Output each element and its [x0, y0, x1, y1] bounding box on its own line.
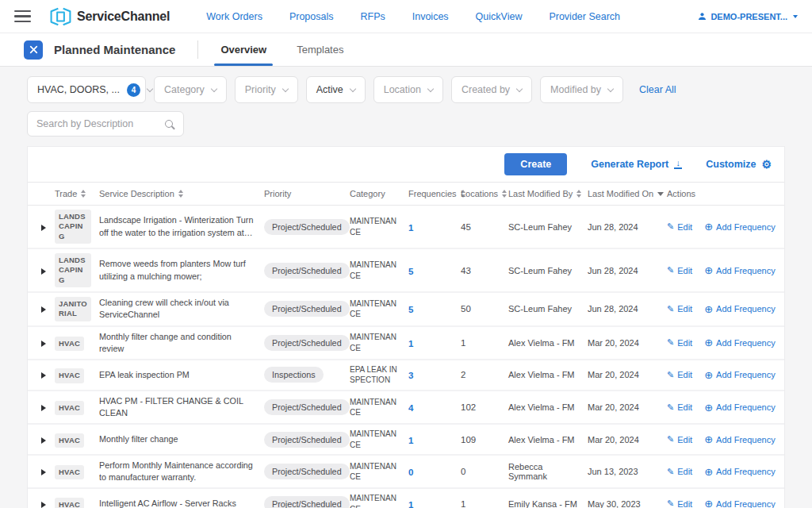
filter-dropdown[interactable]: Category — [154, 76, 227, 103]
category-cell: EPA LEAK INSPECTION — [350, 364, 408, 386]
add-frequency-link[interactable]: ⊕ Add Frequency — [704, 370, 776, 380]
servicechannel-logo-icon — [50, 7, 71, 26]
frequencies-link[interactable]: 3 — [408, 371, 413, 380]
trade-badge: HVAC — [55, 401, 84, 415]
trade-badge: HVAC — [55, 337, 84, 351]
trade-badge: HVAC — [55, 498, 84, 508]
nav-link[interactable]: Provider Search — [549, 11, 620, 22]
filter-dropdown-label: Location — [384, 84, 421, 95]
frequencies-link[interactable]: 1 — [408, 500, 413, 508]
clear-all-link[interactable]: Clear All — [639, 84, 676, 95]
column-header[interactable]: Frequencies — [408, 189, 461, 198]
expand-row-icon[interactable] — [41, 469, 46, 475]
expand-row-icon[interactable] — [41, 502, 46, 508]
expand-row-icon[interactable] — [41, 225, 46, 231]
table-header-row: Trade Service Description Priority — [28, 182, 784, 206]
priority-pill: Inspections — [264, 367, 324, 383]
trade-filter-label: HVAC, DOORS, ... — [37, 84, 120, 95]
add-frequency-link[interactable]: ⊕ Add Frequency — [704, 434, 776, 444]
search-icon[interactable] — [165, 120, 173, 128]
user-menu[interactable]: DEMO-PRESENT... — [698, 12, 798, 21]
column-header[interactable]: Locations — [461, 189, 508, 198]
filter-dropdown-label: Category — [164, 84, 205, 95]
column-header[interactable]: Actions — [667, 189, 776, 198]
tab[interactable]: Overview — [220, 33, 266, 66]
column-header[interactable]: Trade — [55, 189, 99, 198]
page-header: Planned Maintenance Overview Templates — [0, 33, 812, 67]
add-frequency-link[interactable]: ⊕ Add Frequency — [704, 402, 776, 413]
hamburger-menu-icon[interactable] — [14, 10, 31, 23]
expand-row-icon[interactable] — [41, 268, 46, 275]
service-description: EPA leak inspection PM — [99, 369, 264, 381]
filter-dropdown[interactable]: Active — [306, 76, 366, 103]
filter-dropdown[interactable]: Priority — [235, 76, 298, 103]
add-frequency-link[interactable]: ⊕ Add Frequency — [704, 337, 776, 348]
last-modified-on-cell: Mar 20, 2024 — [588, 338, 667, 348]
last-modified-by-cell: SC-Leum Fahey — [508, 266, 588, 275]
add-frequency-link[interactable]: ⊕ Add Frequency — [704, 304, 776, 314]
generate-report-link[interactable]: Generate Report ↓ — [591, 159, 682, 170]
nav-link[interactable]: QuickView — [476, 11, 523, 22]
frequencies-link[interactable]: 4 — [408, 403, 413, 413]
last-modified-on-cell: Jun 28, 2024 — [588, 266, 667, 275]
sort-icon — [178, 190, 183, 198]
edit-link[interactable]: ✎ Edit — [667, 222, 692, 232]
add-frequency-link[interactable]: ⊕ Add Frequency — [704, 265, 776, 275]
add-icon: ⊕ — [704, 304, 713, 314]
filter-dropdown[interactable]: Modified by — [540, 76, 623, 103]
service-description: Landscape Irrigation - Winterization Tur… — [99, 214, 264, 238]
service-description: Remove weeds from planters Mow turf util… — [99, 258, 264, 282]
create-button[interactable]: Create — [504, 153, 567, 175]
column-header[interactable]: Category — [350, 189, 408, 198]
edit-link[interactable]: ✎ Edit — [667, 402, 692, 412]
tab[interactable]: Templates — [297, 33, 343, 66]
search-input[interactable] — [36, 118, 165, 129]
column-header[interactable]: Priority — [264, 189, 350, 198]
frequencies-link[interactable]: 1 — [408, 223, 413, 233]
add-icon: ⊕ — [704, 402, 713, 413]
brand-logo[interactable]: ServiceChannel — [50, 7, 170, 26]
edit-link[interactable]: ✎ Edit — [667, 266, 692, 275]
trade-filter-dropdown[interactable]: HVAC, DOORS, ... 4 — [27, 76, 146, 103]
edit-link[interactable]: ✎ Edit — [667, 467, 692, 476]
nav-link[interactable]: Invoices — [412, 11, 449, 22]
nav-link[interactable]: Proposals — [289, 11, 334, 22]
frequencies-link[interactable]: 5 — [408, 305, 413, 314]
add-icon: ⊕ — [704, 337, 713, 348]
frequencies-link[interactable]: 0 — [408, 468, 413, 477]
expand-row-icon[interactable] — [41, 405, 46, 411]
filter-dropdown[interactable]: Location — [373, 76, 443, 103]
actions-cell: ✎ Edit ⊕ Add Frequency — [667, 467, 776, 477]
edit-link[interactable]: ✎ Edit — [667, 499, 692, 508]
table-row: LANDSCAPING Landscape Irrigation - Winte… — [28, 206, 784, 249]
frequencies-link[interactable]: 1 — [408, 339, 413, 348]
expand-row-icon[interactable] — [41, 437, 46, 444]
expand-row-icon[interactable] — [41, 372, 46, 379]
frequencies-link[interactable]: 1 — [408, 436, 413, 445]
chevron-down-icon — [793, 15, 798, 18]
expand-row-icon[interactable] — [41, 306, 46, 313]
customize-link[interactable]: Customize ⚙ — [706, 159, 772, 170]
add-frequency-link[interactable]: ⊕ Add Frequency — [704, 221, 776, 232]
frequencies-link[interactable]: 5 — [408, 267, 413, 276]
edit-link[interactable]: ✎ Edit — [667, 304, 692, 314]
edit-link[interactable]: ✎ Edit — [667, 338, 692, 348]
add-frequency-link[interactable]: ⊕ Add Frequency — [704, 467, 776, 477]
nav-link[interactable]: RFPs — [360, 11, 385, 22]
edit-link[interactable]: ✎ Edit — [667, 370, 692, 379]
filter-dropdown[interactable]: Created by — [451, 76, 532, 103]
category-cell: MAINTENANCE — [350, 397, 408, 418]
column-header[interactable]: Service Description — [99, 189, 264, 198]
nav-link[interactable]: Work Orders — [206, 11, 262, 22]
edit-label: Edit — [677, 266, 692, 275]
expand-row-icon[interactable] — [41, 341, 46, 347]
app-screen: ServiceChannel Work Orders Proposals RFP… — [0, 0, 812, 508]
gear-icon: ⚙ — [761, 159, 772, 170]
column-header[interactable]: Last Modified By — [508, 189, 588, 198]
priority-pill: Project/Scheduled — [264, 335, 350, 351]
add-frequency-link[interactable]: ⊕ Add Frequency — [704, 498, 776, 508]
column-header[interactable]: Last Modified On — [588, 189, 667, 198]
chevron-down-icon — [516, 85, 523, 91]
edit-link[interactable]: ✎ Edit — [667, 435, 692, 444]
edit-icon: ✎ — [667, 468, 674, 476]
